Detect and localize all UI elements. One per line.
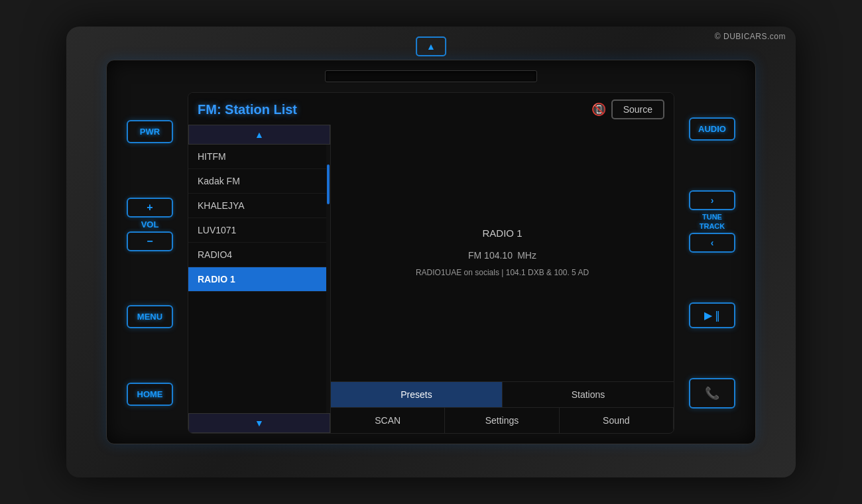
right-controls: AUDIO › TUNETRACK ‹ ▶ ‖ 📞 — [682, 92, 742, 434]
station-item[interactable]: Kadak FM — [188, 169, 330, 194]
main-area: PWR + VOL − MENU HOME FM: Station List 📵… — [120, 92, 742, 434]
watermark: © DUBICARS.com — [715, 32, 786, 41]
tune-label: TUNETRACK — [700, 212, 725, 231]
screen: FM: Station List 📵 Source ▲ HITFM Kadak … — [188, 92, 674, 434]
phone-icon: 📵 — [591, 102, 606, 117]
scrollbar-thumb — [327, 164, 330, 204]
sound-button[interactable]: Sound — [560, 408, 674, 433]
vol-label: VOL — [141, 220, 159, 229]
station-items: HITFM Kadak FM KHALEJYA LUV1071 RADIO4 R… — [188, 145, 330, 413]
station-rds: RADIO1UAE on socials | 104.1 DXB & 100. … — [416, 267, 589, 279]
station-item[interactable]: LUV1071 — [188, 218, 330, 243]
current-station-freq: FM 104.10 MHz — [468, 243, 536, 263]
menu-button[interactable]: MENU — [127, 305, 173, 328]
station-list: ▲ HITFM Kadak FM KHALEJYA LUV1071 RADIO4… — [188, 125, 331, 433]
bottom-row1: Presets Stations — [331, 381, 674, 407]
settings-button[interactable]: Settings — [445, 408, 559, 433]
vol-group: + VOL − — [127, 198, 173, 251]
screen-body: ▲ HITFM Kadak FM KHALEJYA LUV1071 RADIO4… — [188, 125, 674, 433]
current-station-name: RADIO 1 — [482, 227, 522, 239]
home-button[interactable]: HOME — [127, 383, 173, 406]
presets-button[interactable]: Presets — [331, 382, 503, 407]
head-unit: ▲ PWR + VOL − MENU HOME FM: Station List — [106, 60, 756, 444]
station-item-active[interactable]: RADIO 1 — [188, 267, 330, 292]
call-button[interactable]: 📞 — [689, 378, 735, 409]
eject-button[interactable]: ▲ — [416, 36, 446, 56]
audio-button[interactable]: AUDIO — [689, 117, 735, 141]
screen-header: FM: Station List 📵 Source — [188, 93, 674, 125]
car-head-unit: © DUBICARS.com ▲ PWR + VOL − MENU HOME — [66, 27, 796, 477]
source-button[interactable]: Source — [611, 99, 664, 119]
station-item[interactable]: HITFM — [188, 145, 330, 169]
vol-up-button[interactable]: + — [127, 198, 173, 218]
left-controls: PWR + VOL − MENU HOME — [120, 92, 180, 434]
station-info: RADIO 1 FM 104.10 MHz RADIO1UAE on socia… — [331, 125, 674, 433]
freq-unit: MHz — [517, 250, 536, 261]
station-item[interactable]: KHALEJYA — [188, 194, 330, 218]
scroll-up-button[interactable]: ▲ — [188, 125, 330, 145]
scrollbar — [326, 145, 330, 413]
tune-group: › TUNETRACK ‹ — [689, 190, 735, 253]
screen-title: FM: Station List — [198, 102, 297, 117]
pwr-button[interactable]: PWR — [127, 120, 173, 143]
scan-button[interactable]: SCAN — [331, 408, 445, 433]
station-detail: RADIO 1 FM 104.10 MHz RADIO1UAE on socia… — [331, 125, 674, 381]
tune-forward-button[interactable]: › — [689, 190, 735, 210]
play-pause-button[interactable]: ▶ ‖ — [689, 302, 735, 328]
tune-back-button[interactable]: ‹ — [689, 233, 735, 253]
scroll-down-button[interactable]: ▼ — [188, 413, 330, 433]
bottom-row2: SCAN Settings Sound — [331, 407, 674, 433]
vol-down-button[interactable]: − — [127, 231, 173, 251]
station-item[interactable]: RADIO4 — [188, 243, 330, 267]
header-right: 📵 Source — [591, 99, 664, 119]
stations-button[interactable]: Stations — [503, 382, 674, 407]
cd-slot — [325, 70, 537, 82]
